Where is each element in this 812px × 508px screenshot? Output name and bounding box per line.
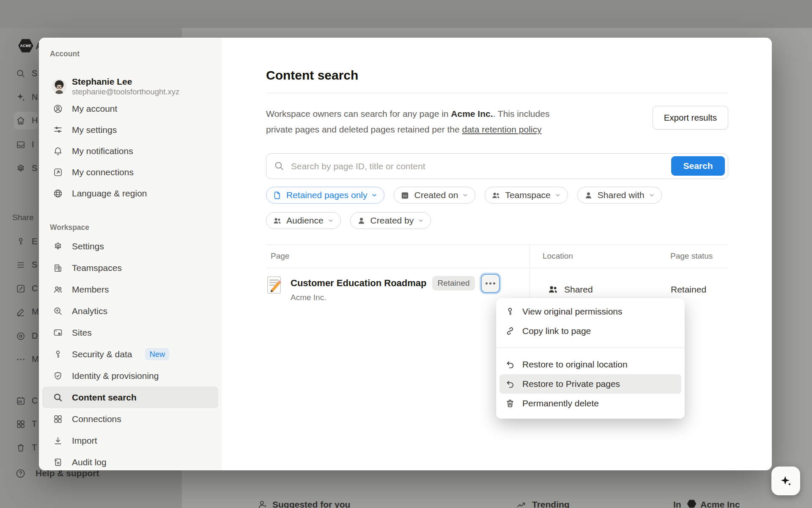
location-value: Shared [564, 284, 593, 295]
sidebar-item-import[interactable]: Import [42, 430, 218, 451]
link-icon [505, 326, 515, 336]
sidebar-item-my-connections[interactable]: My connections [42, 162, 218, 183]
gear-icon [53, 241, 63, 251]
sidebar-item-settings[interactable]: Settings [42, 235, 218, 257]
menu-item-view-original-permissions[interactable]: View original permissions [499, 302, 681, 321]
account-section-header: Account [50, 50, 222, 58]
page-title: Content search [266, 67, 728, 83]
person-circle-icon [53, 104, 63, 114]
in-label: In [673, 500, 681, 508]
menu-item-label: View original permissions [522, 306, 623, 317]
description-text: private pages and deleted pages retained… [266, 124, 462, 134]
workspace-name-bold: Acme Inc. [451, 109, 493, 119]
menu-item-restore-original-location[interactable]: Restore to original location [499, 355, 681, 374]
filter-created-by[interactable]: Created by [350, 212, 431, 229]
account-user-row[interactable]: Stephanie Lee stephanie@toolsforthought.… [42, 75, 218, 98]
bell-icon [53, 146, 63, 156]
window-titlebar [0, 0, 812, 28]
sidebar-item-teamspaces[interactable]: Teamspaces [42, 257, 218, 279]
search-button[interactable]: Search [671, 156, 725, 176]
search-input[interactable] [290, 161, 728, 172]
sidebar-label-fragment: S [32, 163, 37, 173]
filter-created-on[interactable]: Created on [394, 187, 475, 204]
sidebar-item-my-settings[interactable]: My settings [42, 119, 218, 141]
description-text: . This includes [493, 109, 550, 119]
sidebar-item-security-data[interactable]: Security & data New [42, 343, 218, 365]
sidebar-item-my-account[interactable]: My account [42, 98, 218, 119]
person-sparkle-icon [257, 499, 268, 508]
sidebar-item-label: Connections [72, 414, 121, 424]
key-icon [505, 306, 515, 317]
sidebar-item-language-region[interactable]: Language & region [42, 183, 218, 204]
key-icon [53, 349, 63, 359]
sidebar-section-label: Share [12, 213, 34, 222]
sparkle-icon [779, 474, 793, 488]
help-icon [15, 468, 26, 480]
browser-icon [53, 328, 63, 338]
filter-teamspace[interactable]: Teamspace [485, 187, 568, 204]
menu-item-permanently-delete[interactable]: Permanently delete [499, 394, 681, 413]
sidebar-item-fragment: T [32, 419, 37, 429]
sidebar-label-fragment: H [32, 116, 38, 125]
sidebar-item-label: Audit log [72, 457, 107, 467]
sliders-icon [53, 125, 63, 135]
template-icon [16, 419, 26, 431]
download-icon [53, 436, 63, 446]
menu-item-restore-private-pages[interactable]: Restore to Private pages [499, 374, 681, 394]
sidebar-item-label: My notifications [72, 146, 133, 156]
export-results-button[interactable]: Export results [653, 106, 728, 130]
sidebar-item-fragment: D [32, 331, 38, 341]
row-more-actions-button[interactable] [481, 274, 500, 293]
chevron-down-icon [327, 217, 334, 224]
sidebar-item-label: Import [72, 436, 97, 446]
page-title-cell[interactable]: Customer Education Roadmap [291, 278, 426, 289]
sidebar-item-members[interactable]: Members [42, 279, 218, 300]
chevron-down-icon [417, 217, 424, 224]
sidebar-item-identity-provisioning[interactable]: Identity & provisioning [42, 365, 218, 387]
menu-item-label: Copy link to page [522, 326, 591, 336]
sidebar-item-connections[interactable]: Connections [42, 408, 218, 430]
sidebar-item-label: Language & region [72, 188, 147, 199]
sidebar-item-audit-log[interactable]: Audit log [42, 451, 218, 470]
data-retention-policy-link[interactable]: data retention policy [462, 124, 542, 134]
ai-sparkle-button[interactable] [771, 467, 800, 495]
inbox-icon [16, 140, 26, 152]
page-icon [272, 190, 282, 200]
sparkle-icon [16, 92, 26, 104]
calendar-day-number: 20 [18, 400, 22, 404]
filter-audience[interactable]: Audience [266, 212, 341, 229]
filter-retained-pages-only[interactable]: Retained pages only [266, 187, 384, 204]
sidebar-item-label: My account [72, 104, 117, 114]
sidebar-item-label: Settings [72, 241, 104, 251]
sidebar-item-label: My settings [72, 125, 117, 135]
sidebar-item-my-notifications[interactable]: My notifications [42, 141, 218, 162]
menu-item-label: Restore to Private pages [522, 379, 620, 389]
sidebar-item-label: Content search [72, 392, 137, 403]
content-search-bar: Search [266, 153, 728, 179]
person-icon [357, 216, 366, 226]
list-icon [16, 260, 26, 272]
people-icon [53, 284, 63, 295]
sidebar-item-fragment: M [32, 307, 39, 317]
trending-label: Trending [532, 500, 570, 508]
user-email: stephanie@toolsforthought.xyz [72, 87, 179, 97]
user-name: Stephanie Lee [72, 76, 179, 87]
menu-item-copy-link-to-page[interactable]: Copy link to page [499, 321, 681, 341]
magnifier-icon [53, 392, 63, 403]
footer-workspace-name: Acme Inc [700, 500, 740, 508]
title-divider [266, 93, 728, 93]
workspace-section-header: Workspace [50, 223, 222, 232]
chevron-down-icon [462, 192, 469, 199]
sidebar-item-content-search[interactable]: Content search [42, 387, 218, 408]
sidebar-item-analytics[interactable]: Analytics [42, 300, 218, 322]
sidebar-item-fragment: E [32, 237, 37, 246]
row-actions-menu: View original permissions Copy link to p… [496, 298, 685, 419]
sidebar-item-label: Members [72, 284, 109, 295]
people-icon [547, 284, 559, 295]
filter-shared-with[interactable]: Shared with [577, 187, 662, 204]
sidebar-item-sites[interactable]: Sites [42, 322, 218, 343]
grid-icon [53, 414, 63, 424]
sidebar-item-fragment: M [32, 354, 39, 364]
trash-icon [16, 443, 26, 455]
sidebar-item-fragment: C [32, 396, 38, 406]
